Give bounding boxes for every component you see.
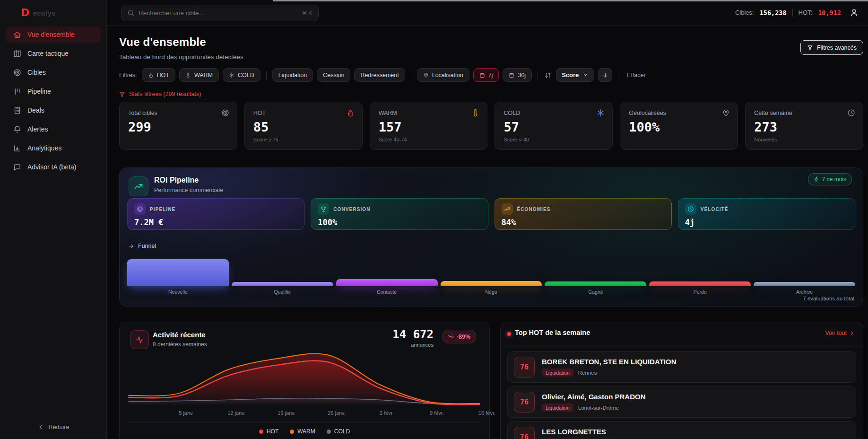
hot-dot-icon [507, 332, 511, 336]
funnel-label: Funnel [128, 243, 156, 249]
sidebar-item-label: Alertes [27, 125, 48, 133]
activity-title: Activité récente [153, 331, 206, 339]
stat-card-cold: COLD 57 Score < 40 [495, 102, 613, 150]
funnel-stage-label: Archive [754, 289, 855, 295]
top-hot-item[interactable]: 76 BOREK BRETON, STE EN LIQUIDATION Liqu… [507, 351, 856, 383]
target-name: LES LORGNETTES [542, 428, 606, 436]
funnel-bar [336, 279, 438, 286]
score-badge: 76 [514, 357, 535, 378]
kpi-value: 7.2M € [134, 218, 297, 227]
target-city: Rennes [578, 370, 597, 376]
roi-month-badge: 7 ce mois [808, 173, 852, 185]
filter-icon [807, 44, 813, 51]
thermometer-icon [471, 109, 479, 117]
target-icon [13, 69, 21, 77]
stat-value: 157 [379, 120, 479, 134]
kpi-label: CONVERSION [333, 207, 370, 212]
stat-value: 273 [754, 120, 854, 134]
trending-up-icon [134, 182, 143, 191]
legend-item-cold: COLD [327, 428, 350, 435]
stat-card-total-cibles: Total cibles 299 [119, 102, 237, 150]
top-hot-item[interactable]: 76 LES LORGNETTES Liquidation [507, 421, 856, 439]
sidebar-item-label: Carte tactique [27, 50, 69, 57]
kpi-value: 4j [685, 218, 848, 227]
filter-chip-7j[interactable]: 7j [473, 68, 499, 82]
kpi-value: 100% [318, 218, 481, 227]
top-hot-item[interactable]: 76 Olivier, Aimé, Gaston PRADON Liquidat… [507, 386, 856, 418]
calculator-icon [13, 106, 21, 114]
search-placeholder: Rechercher une cible... [139, 9, 297, 17]
sidebar-item-label: Vue d'ensemble [27, 31, 74, 38]
hot-count: 10,912 [818, 9, 841, 17]
kpi-card-pipeline: PIPELINE 7.2M € [127, 198, 304, 230]
collapse-sidebar-button[interactable]: Réduire [0, 424, 106, 430]
sidebar-item-label: Pipeline [27, 88, 51, 95]
filter-chip-localisation[interactable]: Localisation [417, 68, 469, 82]
funnel-stage-label: Négo [441, 289, 542, 295]
sidebar-item-cibles[interactable]: Cibles [6, 64, 101, 80]
sidebar: D ecolys Vue d'ensemble Carte tactique C… [0, 0, 107, 439]
x-axis-label: 2 févr. [368, 410, 406, 416]
clear-filters-button[interactable]: Effacer [627, 72, 645, 79]
thermometer-icon [185, 72, 191, 78]
filter-chip-hot[interactable]: HOT [142, 68, 175, 82]
see-all-link[interactable]: Voir tout [825, 330, 855, 336]
horizontal-scrollbar[interactable] [273, 0, 868, 1]
sort-direction-button[interactable] [598, 68, 612, 82]
sidebar-item-vue-d-ensemble[interactable]: Vue d'ensemble [6, 26, 101, 43]
search-input[interactable]: Rechercher une cible... ⌘ K [121, 5, 319, 21]
top-hot-title: Top HOT de la semaine [515, 329, 590, 336]
arrow-right-icon [128, 243, 134, 249]
funnel-stage-label: Gagné [545, 289, 646, 295]
filter-chip-cession[interactable]: Cession [317, 68, 350, 82]
status-badge: Liquidation [542, 404, 573, 412]
trending-up-icon [504, 206, 511, 212]
sidebar-item-deals[interactable]: Deals [6, 102, 101, 118]
stat-value: 299 [128, 120, 228, 134]
funnel-bar [441, 281, 542, 286]
collapse-label: Réduire [49, 424, 69, 430]
kpi-card-conversion: CONVERSION 100% [311, 198, 488, 230]
sidebar-item-advisor-ia-beta-[interactable]: Advisor IA (beta) [6, 159, 101, 175]
filter-chip-warm[interactable]: WARM [179, 68, 219, 82]
funnel-stage-label: Perdu [649, 289, 751, 295]
sort-icon [545, 72, 551, 79]
divider [266, 71, 267, 79]
funnel-stage-labels: NouvelleQualifiéContactéNégoGagnéPerduAr… [127, 289, 855, 295]
user-icon [850, 8, 859, 17]
x-axis-label: 5 janv. [167, 410, 205, 416]
stat-icon-wrap [471, 109, 479, 117]
filter-chip-cold[interactable]: COLD [223, 68, 260, 82]
sidebar-item-analytiques[interactable]: Analytiques [6, 140, 101, 156]
advanced-filters-button[interactable]: Filtres avancés [800, 40, 863, 55]
funnel-total-note: 7 évaluations au total [803, 296, 854, 301]
divider [411, 71, 411, 79]
filter-chip-30j[interactable]: 30j [503, 68, 532, 82]
sidebar-item-label: Analytiques [27, 144, 61, 152]
kpi-icon-wrap [502, 203, 513, 215]
sort-select[interactable]: Score [556, 68, 594, 82]
stat-icon-wrap [597, 109, 605, 117]
page-title: Vue d'ensemble [119, 35, 206, 49]
funnel-stage-nouvelle [127, 259, 229, 286]
stat-value: 100% [629, 120, 729, 134]
funnel-bar [649, 281, 751, 286]
sidebar-item-pipeline[interactable]: Pipeline [6, 83, 101, 99]
funnel-stage-label: Qualifié [232, 289, 333, 295]
filter-chip-liquidation[interactable]: Liquidation [272, 68, 313, 82]
user-menu-button[interactable] [850, 8, 859, 17]
cibles-label: Cibles: [735, 9, 754, 16]
funnel-bar [232, 282, 333, 286]
filter-chip-redressement[interactable]: Redressement [354, 68, 405, 82]
filtered-stats-line: Stats filtrées (299 résultats) [119, 91, 201, 97]
stat-icon-wrap [847, 109, 855, 117]
advanced-filters-label: Filtres avancés [817, 44, 857, 51]
brand-logo[interactable]: D ecolys [0, 0, 106, 25]
top-hot-card: Top HOT de la semaine Voir tout 76 BOREK… [500, 322, 863, 439]
divider [792, 9, 793, 17]
top-hot-list: 76 BOREK BRETON, STE EN LIQUIDATION Liqu… [507, 351, 856, 439]
legend-dot-icon [259, 430, 263, 434]
sidebar-item-alertes[interactable]: Alertes [6, 121, 101, 137]
sidebar-item-carte-tactique[interactable]: Carte tactique [6, 45, 101, 61]
filter-bar: Filtres:HOTWARMCOLDLiquidationCessionRed… [119, 69, 863, 81]
